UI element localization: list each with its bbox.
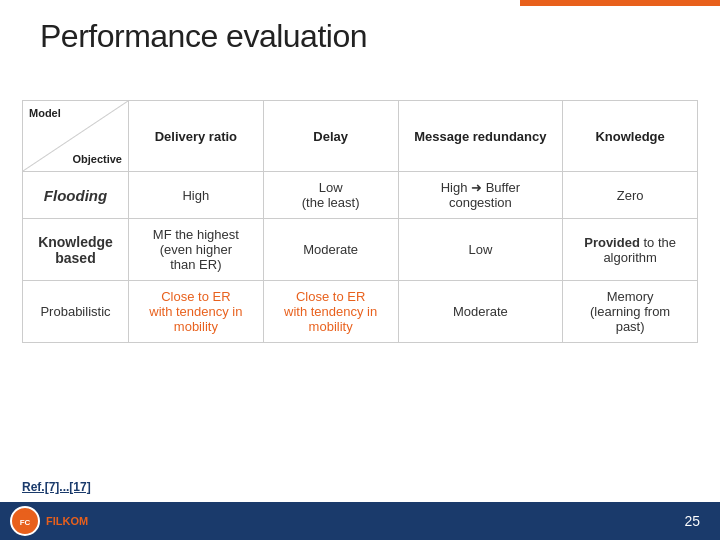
table-row: Flooding High Low (the least) High ➜ Buf… [23, 172, 698, 219]
model-label: Model [29, 107, 61, 119]
page-number: 25 [684, 513, 700, 529]
row-knowledge-knowledge: Provided to the algorithm [563, 219, 698, 281]
row-flooding-name: Flooding [23, 172, 129, 219]
row-flooding-knowledge: Zero [563, 172, 698, 219]
col-header-delay: Delay [263, 101, 398, 172]
table-row: Knowledge based MF the highest (even hig… [23, 219, 698, 281]
ref-text: Ref.[7]...[17] [22, 480, 91, 494]
row-flooding-redundancy: High ➜ Buffer congestion [398, 172, 563, 219]
row-probabilistic-delivery: Close to ER with tendency in mobility [128, 281, 263, 343]
logo-area: FC FILKOM [10, 506, 88, 536]
col-header-delivery-ratio: Delivery ratio [128, 101, 263, 172]
logo-icon: FC [10, 506, 40, 536]
logo-text: FILKOM [46, 515, 88, 527]
page-title: Performance evaluation [40, 18, 367, 55]
table-container: Model Objective Delivery ratio Delay Mes… [22, 100, 698, 492]
table-row: Probabilistic Close to ER with tendency … [23, 281, 698, 343]
provided-text: Provided [584, 235, 640, 250]
arrow-icon: ➜ [471, 180, 486, 195]
bottom-bar: FC FILKOM 25 [0, 502, 720, 540]
row-knowledge-delay: Moderate [263, 219, 398, 281]
row-flooding-delivery: High [128, 172, 263, 219]
row-flooding-delay: Low (the least) [263, 172, 398, 219]
svg-text:FC: FC [20, 518, 31, 527]
model-header: Model Objective [23, 101, 129, 172]
row-probabilistic-delay: Close to ER with tendency in mobility [263, 281, 398, 343]
col-header-message-redundancy: Message redundancy [398, 101, 563, 172]
row-knowledge-name: Knowledge based [23, 219, 129, 281]
row-probabilistic-redundancy: Moderate [398, 281, 563, 343]
col-header-knowledge: Knowledge [563, 101, 698, 172]
top-accent-bar [520, 0, 720, 6]
row-probabilistic-knowledge: Memory (learning from past) [563, 281, 698, 343]
row-probabilistic-name: Probabilistic [23, 281, 129, 343]
comparison-table: Model Objective Delivery ratio Delay Mes… [22, 100, 698, 343]
row-knowledge-redundancy: Low [398, 219, 563, 281]
objective-label: Objective [72, 153, 122, 165]
row-knowledge-delivery: MF the highest (even higher than ER) [128, 219, 263, 281]
